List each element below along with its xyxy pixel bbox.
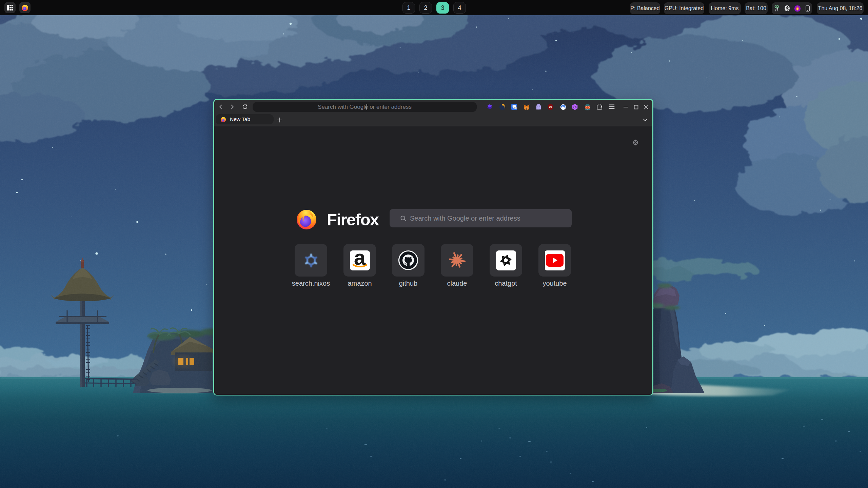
svg-text:U0: U0: [549, 106, 552, 108]
